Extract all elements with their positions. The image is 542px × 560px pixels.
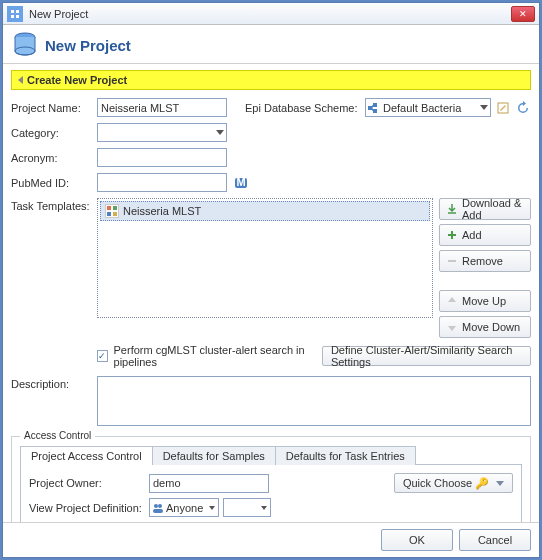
svg-point-23	[158, 504, 162, 508]
pubmed-lookup-button[interactable]: M	[233, 175, 249, 191]
access-control-fieldset: Access Control Project Access Control De…	[11, 436, 531, 522]
svg-rect-1	[16, 10, 19, 13]
dialog-header: New Project	[3, 25, 539, 64]
svg-line-10	[372, 108, 373, 111]
cluster-alert-checkbox[interactable]: ✓	[97, 350, 108, 362]
dialog-footer: OK Cancel	[3, 522, 539, 557]
dialog-title: New Project	[45, 37, 131, 54]
refresh-scheme-button[interactable]	[515, 100, 531, 116]
tab-defaults-samples[interactable]: Defaults for Samples	[152, 446, 276, 465]
svg-point-22	[154, 504, 158, 508]
remove-button[interactable]: Remove	[439, 250, 531, 272]
svg-rect-3	[16, 15, 19, 18]
chevron-down-icon	[209, 506, 215, 510]
svg-rect-6	[368, 106, 372, 110]
new-project-dialog: New Project ✕ New Project Create New Pro…	[2, 2, 540, 558]
dialog-body: Create New Project Project Name: Epi Dat…	[3, 64, 539, 522]
tab-project-access[interactable]: Project Access Control	[20, 446, 153, 465]
create-project-banner[interactable]: Create New Project	[11, 70, 531, 90]
cluster-settings-button[interactable]: Define Cluster-Alert/Similarity Search S…	[322, 346, 531, 366]
view-def-label: View Project Definition:	[29, 502, 149, 514]
svg-rect-14	[107, 206, 111, 210]
epi-scheme-value: Default Bacteria	[383, 102, 461, 114]
epi-scheme-select[interactable]: Default Bacteria	[365, 98, 491, 117]
check-icon: ✓	[98, 351, 106, 361]
project-name-input[interactable]	[97, 98, 227, 117]
svg-rect-17	[113, 212, 117, 216]
chevron-down-icon	[261, 506, 267, 510]
project-header-icon	[13, 31, 37, 59]
template-item[interactable]: Neisseria MLST	[100, 201, 430, 221]
download-icon	[446, 203, 458, 215]
scheme-icon	[368, 102, 380, 114]
view-def-select[interactable]: Anyone	[149, 498, 219, 517]
epi-scheme-label: Epi Database Scheme:	[245, 102, 365, 114]
key-icon: 🔑	[475, 477, 489, 490]
plus-icon	[446, 229, 458, 241]
quick-choose-button[interactable]: Quick Choose 🔑	[394, 473, 513, 493]
task-templates-label: Task Templates:	[11, 198, 97, 338]
people-icon	[153, 503, 163, 513]
svg-rect-7	[373, 103, 377, 107]
category-select[interactable]	[97, 123, 227, 142]
svg-rect-0	[11, 10, 14, 13]
template-item-label: Neisseria MLST	[123, 205, 201, 217]
collapse-icon	[18, 76, 23, 84]
add-button[interactable]: Add	[439, 224, 531, 246]
svg-rect-2	[11, 15, 14, 18]
download-add-button[interactable]: Download & Add	[439, 198, 531, 220]
cancel-button[interactable]: Cancel	[459, 529, 531, 551]
description-label: Description:	[11, 376, 97, 390]
ok-button[interactable]: OK	[381, 529, 453, 551]
svg-rect-24	[153, 509, 163, 513]
title-bar: New Project ✕	[3, 3, 539, 25]
move-down-button[interactable]: Move Down	[439, 316, 531, 338]
banner-text: Create New Project	[27, 74, 127, 86]
edit-scheme-button[interactable]	[495, 100, 511, 116]
project-owner-label: Project Owner:	[29, 477, 149, 489]
tab-body: Project Owner: Quick Choose 🔑 View Proje…	[20, 465, 522, 522]
acronym-label: Acronym:	[11, 152, 97, 164]
arrow-down-icon	[446, 321, 458, 333]
app-icon	[7, 6, 23, 22]
pubmed-label: PubMed ID:	[11, 177, 97, 189]
access-control-legend: Access Control	[20, 430, 95, 441]
minus-icon	[446, 255, 458, 267]
description-textarea[interactable]	[97, 376, 531, 426]
access-control-tabs: Project Access Control Defaults for Samp…	[20, 445, 522, 465]
category-label: Category:	[11, 127, 97, 139]
template-buttons: Download & Add Add Remove Move Up Move D…	[439, 198, 531, 338]
task-templates-list[interactable]: Neisseria MLST	[97, 198, 433, 318]
chevron-down-icon	[216, 130, 224, 135]
pubmed-input[interactable]	[97, 173, 227, 192]
chevron-down-icon	[496, 481, 504, 486]
move-up-button[interactable]: Move Up	[439, 290, 531, 312]
cluster-alert-label: Perform cgMLST cluster-alert search in p…	[114, 344, 316, 368]
svg-text:M: M	[236, 176, 245, 188]
window-title: New Project	[29, 8, 511, 20]
view-def-extra-select[interactable]	[223, 498, 271, 517]
svg-rect-8	[373, 109, 377, 113]
svg-rect-16	[107, 212, 111, 216]
acronym-input[interactable]	[97, 148, 227, 167]
chevron-down-icon	[480, 105, 488, 110]
project-owner-input[interactable]	[149, 474, 269, 493]
arrow-up-icon	[446, 295, 458, 307]
close-button[interactable]: ✕	[511, 6, 535, 22]
template-icon	[105, 204, 119, 218]
svg-rect-15	[113, 206, 117, 210]
project-name-label: Project Name:	[11, 102, 97, 114]
tab-defaults-task-entries[interactable]: Defaults for Task Entries	[275, 446, 416, 465]
svg-line-9	[372, 105, 373, 108]
